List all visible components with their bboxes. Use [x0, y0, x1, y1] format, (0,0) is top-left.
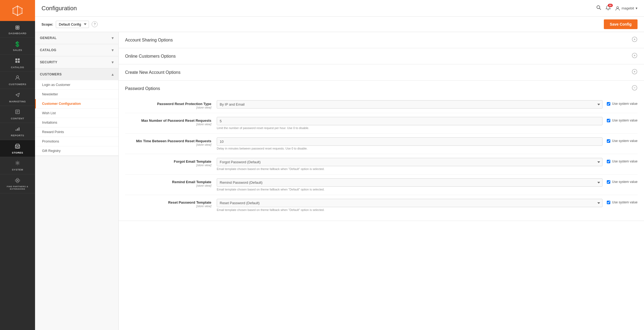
svg-point-24 — [17, 162, 18, 164]
accordion-body-customers: Login as Customer Newsletter Customer Co… — [35, 80, 118, 156]
sidebar-item-dashboard[interactable]: ⊞ DASHBOARD — [0, 21, 35, 38]
config-section-header-password-options[interactable]: Password Options — [119, 81, 644, 96]
reset-password-template-select[interactable]: Reset Password (Default) — [217, 199, 602, 207]
svg-line-30 — [600, 8, 601, 10]
search-icon[interactable] — [596, 5, 601, 11]
svg-rect-20 — [17, 128, 18, 131]
notification-count: 30 — [608, 4, 613, 7]
form-label-area-forgot-email: Forgot Email Template [store view] — [125, 158, 217, 167]
form-input-area-reset-password: Reset Password (Default) Email template … — [217, 199, 602, 211]
form-row-max-reset-requests: Max Number of Password Reset Requests [s… — [125, 113, 638, 134]
topbar: Configuration 30 magebit ▾ — [35, 0, 644, 17]
sidebar-item-content[interactable]: CONTENT — [0, 106, 35, 123]
use-system-checkbox-forgot-email[interactable] — [607, 160, 610, 163]
toggle-icon-account-sharing — [632, 36, 638, 44]
form-row-reset-password: Reset Password Template [store view] Res… — [125, 195, 638, 215]
form-hint-forgot-email: Email template chosen based on theme fal… — [217, 167, 602, 171]
sidebar-item-customers[interactable]: CUSTOMERS — [0, 72, 35, 89]
sidebar-item-catalog[interactable]: CATALOG — [0, 55, 35, 72]
form-use-system-reset-type: Use system value — [607, 100, 638, 106]
svg-rect-23 — [17, 147, 18, 148]
save-config-button[interactable]: Save Config — [604, 19, 638, 29]
sidebar-logo[interactable] — [0, 0, 35, 21]
form-row-remind-email: Remind Email Template [store view] Remin… — [125, 175, 638, 195]
accordion-item-gift-registry[interactable]: Gift Registry — [35, 146, 118, 156]
toggle-icon-create-new-account — [632, 69, 638, 76]
accordion-item-customer-configuration[interactable]: Customer Configuration — [35, 99, 118, 109]
form-label-reset-type: Password Reset Protection Type — [125, 102, 211, 106]
remind-email-template-select[interactable]: Remind Password (Default) — [217, 178, 602, 187]
config-section-header-create-new-account[interactable]: Create New Account Options — [119, 64, 644, 80]
chevron-up-icon-customers: ▴ — [112, 72, 114, 77]
accordion-header-general[interactable]: GENERAL ▾ — [35, 32, 118, 44]
form-row-min-time-reset: Min Time Between Password Reset Requests… — [125, 134, 638, 154]
user-menu[interactable]: magebit ▾ — [615, 6, 638, 11]
accordion-header-catalog[interactable]: CATALOG ▾ — [35, 44, 118, 56]
help-icon[interactable]: ? — [92, 21, 98, 27]
customers-icon — [15, 75, 20, 82]
config-section-title-account-sharing: Account Sharing Options — [125, 38, 173, 43]
scope-select[interactable]: Default Config — [56, 21, 89, 28]
use-system-checkbox-reset-type[interactable] — [607, 102, 610, 106]
form-hint-remind-email: Email template chosen based on theme fal… — [217, 188, 602, 191]
form-input-row-max-reset: Limit the number of password reset reque… — [217, 117, 638, 130]
sidebar-item-label-sales: SALES — [13, 48, 22, 51]
use-system-label-reset-type[interactable]: Use system value — [612, 102, 638, 106]
sidebar-item-marketing[interactable]: MARKETING — [0, 89, 35, 106]
password-reset-type-select[interactable]: By IP and Email By IP By Email None — [217, 100, 602, 109]
form-label-area-min-time: Min Time Between Password Reset Requests… — [125, 137, 217, 146]
accordion-item-wish-list[interactable]: Wish List — [35, 109, 118, 118]
sales-icon: 💲 — [14, 41, 21, 47]
form-label-forgot-email: Forgot Email Template — [125, 159, 211, 164]
form-label-area-max-reset: Max Number of Password Reset Requests [s… — [125, 117, 217, 126]
config-section-header-online-customers[interactable]: Online Customers Options — [119, 48, 644, 64]
sidebar-item-extensions[interactable]: FIND PARTNERS & EXTENSIONS — [0, 174, 35, 193]
accordion-catalog: CATALOG ▾ — [35, 44, 118, 56]
config-section-password-options: Password Options Password Reset Protecti… — [119, 81, 644, 221]
sidebar-item-label-reports: REPORTS — [11, 134, 24, 137]
use-system-label-reset-password[interactable]: Use system value — [612, 200, 638, 204]
accordion-header-security[interactable]: SECURITY ▾ — [35, 56, 118, 68]
max-reset-requests-input[interactable] — [217, 117, 602, 125]
form-label-min-time: Min Time Between Password Reset Requests — [125, 139, 211, 143]
form-row-forgot-email: Forgot Email Template [store view] Forgo… — [125, 154, 638, 175]
form-use-system-reset-password: Use system value — [607, 199, 638, 204]
accordion-item-reward-points[interactable]: Reward Points — [35, 127, 118, 137]
form-use-system-forgot-email: Use system value — [607, 158, 638, 163]
accordion-item-invitations[interactable]: Invitations — [35, 118, 118, 127]
content-icon — [15, 109, 20, 116]
accordion-item-login-as-customer[interactable]: Login as Customer — [35, 80, 118, 90]
accordion-label-catalog: CATALOG — [40, 48, 56, 52]
sidebar-item-system[interactable]: SYSTEM — [0, 157, 35, 174]
accordion-item-newsletter[interactable]: Newsletter — [35, 90, 118, 99]
svg-point-6 — [22, 13, 22, 13]
accordion-item-promotions[interactable]: Promotions — [35, 137, 118, 146]
sidebar-item-reports[interactable]: REPORTS — [0, 123, 35, 140]
accordion-header-customers[interactable]: CUSTOMERS ▴ — [35, 68, 118, 80]
use-system-checkbox-remind-email[interactable] — [607, 180, 610, 184]
svg-rect-19 — [16, 130, 16, 131]
use-system-label-min-time[interactable]: Use system value — [612, 139, 638, 143]
use-system-label-remind-email[interactable]: Use system value — [612, 180, 638, 184]
sidebar-item-sales[interactable]: 💲 SALES — [0, 38, 35, 54]
notifications[interactable]: 30 — [605, 5, 611, 11]
svg-point-9 — [13, 8, 13, 9]
form-input-row-forgot-email: Forgot Password (Default) Email template… — [217, 158, 638, 171]
use-system-label-forgot-email[interactable]: Use system value — [612, 159, 638, 163]
form-input-area-max-reset: Limit the number of password reset reque… — [217, 117, 602, 130]
right-panel: Account Sharing Options Online Customers… — [119, 32, 644, 330]
use-system-checkbox-min-time[interactable] — [607, 139, 610, 143]
config-section-online-customers: Online Customers Options — [119, 48, 644, 64]
forgot-email-template-select[interactable]: Forgot Password (Default) — [217, 158, 602, 166]
svg-rect-13 — [18, 61, 20, 63]
user-menu-chevron: ▾ — [636, 6, 638, 10]
sidebar-item-stores[interactable]: STORES — [0, 140, 35, 157]
form-input-area-reset-type: By IP and Email By IP By Email None — [217, 100, 602, 109]
use-system-checkbox-reset-password[interactable] — [607, 201, 610, 204]
config-section-header-account-sharing[interactable]: Account Sharing Options — [119, 32, 644, 48]
min-time-reset-input[interactable] — [217, 137, 602, 146]
use-system-checkbox-max-reset[interactable] — [607, 119, 610, 122]
left-panel: GENERAL ▾ CATALOG ▾ SECURITY ▾ — [35, 32, 119, 330]
use-system-label-max-reset[interactable]: Use system value — [612, 119, 638, 122]
scope-bar: Scope: Default Config ? Save Config — [35, 17, 644, 32]
